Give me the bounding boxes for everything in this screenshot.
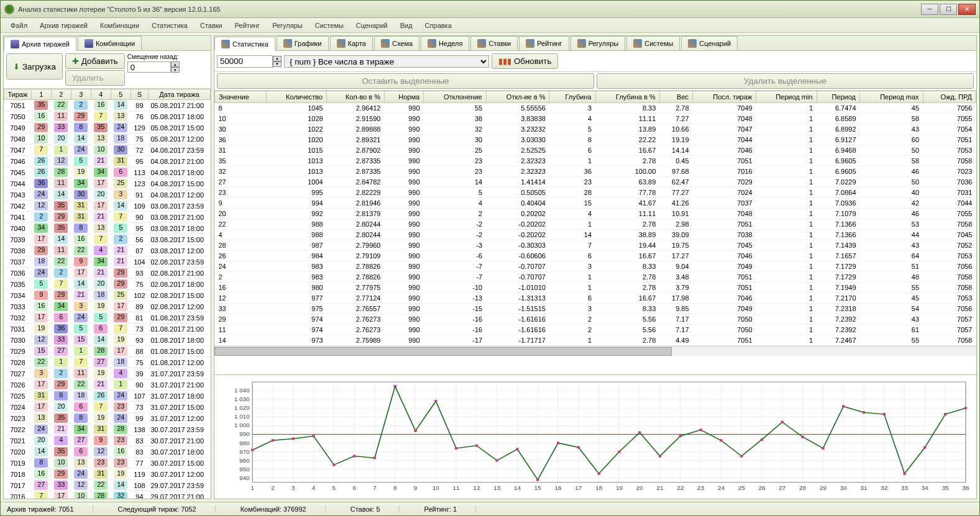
- archive-row[interactable]: 704526281934611304.08.2017 18:00: [4, 167, 211, 178]
- right-tab-Сценарий[interactable]: Сценарий: [681, 36, 738, 50]
- archive-row[interactable]: 7041229312179003.08.2017 21:00: [4, 212, 211, 223]
- archive-header[interactable]: 1: [31, 89, 51, 100]
- stats-header[interactable]: Период: [817, 91, 859, 103]
- archive-row[interactable]: 704810201413187505.08.2017 12:00: [4, 134, 211, 145]
- stats-row[interactable]: 169802.77975990-10-1.0101012.783.7970511…: [215, 283, 976, 293]
- archive-row[interactable]: 703119365677301.08.2017 21:00: [4, 324, 211, 335]
- maximize-button[interactable]: ☐: [940, 4, 957, 15]
- count-down[interactable]: ▼: [273, 61, 282, 67]
- archive-row[interactable]: 7032176245298101.08.2017 23:59: [4, 312, 211, 324]
- archive-header[interactable]: Тираж: [4, 89, 32, 100]
- archive-row[interactable]: 70501611297137605.08.2017 18:00: [4, 111, 211, 122]
- archive-row[interactable]: 70382911224218703.08.2017 12:00: [4, 245, 211, 256]
- stats-row[interactable]: 3610202.89321990303.03030822.2219.197044…: [215, 135, 976, 145]
- stats-row[interactable]: 289872.79960990-3-0.30303719.4419.757045…: [215, 240, 976, 251]
- stats-row[interactable]: 3210132.87335990232.3232336100.0097.6870…: [215, 166, 976, 177]
- archive-header[interactable]: 5: [111, 89, 131, 100]
- menu-системы[interactable]: Системы: [310, 20, 349, 30]
- right-tab-Статистика[interactable]: Статистика: [214, 37, 275, 51]
- close-button[interactable]: ✕: [958, 4, 976, 15]
- archive-row[interactable]: 7044361134172512304.08.2017 15:00: [4, 178, 211, 189]
- stats-row[interactable]: 269842.79109990-6-0.60606616.6717.277046…: [215, 251, 976, 261]
- menu-рейтинг[interactable]: Рейтинг: [230, 20, 265, 30]
- archive-row[interactable]: 704929338352412905.08.2017 15:00: [4, 122, 211, 134]
- stats-row[interactable]: 29832.78826990-7-0.7070712.783.48705117.…: [215, 272, 976, 283]
- minimize-button[interactable]: ─: [921, 4, 938, 15]
- right-tab-Карта[interactable]: Карта: [330, 36, 373, 50]
- archive-row[interactable]: 702531818262410731.07.2017 18:00: [4, 391, 211, 402]
- offset-input[interactable]: [127, 61, 171, 73]
- filter-select[interactable]: { num } Все числа в тираже: [284, 55, 489, 68]
- menu-ставки[interactable]: Ставки: [195, 20, 227, 30]
- archive-row[interactable]: 702732111943931.07.2017 23:59: [4, 368, 211, 379]
- stats-row[interactable]: 1010282.91590990383.83838411.117.2770481…: [215, 114, 976, 124]
- delete-selected-button[interactable]: Удалить выделенные: [597, 73, 974, 89]
- archive-row[interactable]: 7047712410307204.08.2017 23:59: [4, 145, 211, 156]
- stats-header[interactable]: Глубина в %: [595, 91, 659, 103]
- add-button[interactable]: ✚ Добавить: [65, 53, 125, 69]
- menu-файл[interactable]: Файл: [6, 20, 32, 30]
- archive-table[interactable]: Тираж12345SДата тиража 70513522216148905…: [4, 89, 211, 499]
- archive-row[interactable]: 7018162924311911930.07.2017 12:00: [4, 469, 211, 480]
- archive-row[interactable]: 70291527128178801.08.2017 15:00: [4, 346, 211, 357]
- refresh-button[interactable]: ▮▮▮ Обновить: [492, 53, 558, 69]
- archive-header[interactable]: 4: [91, 89, 111, 100]
- stats-header[interactable]: Период max: [860, 91, 923, 103]
- stats-row[interactable]: 209922.8137999020.20202411.1110.91704817…: [215, 209, 976, 219]
- stats-row[interactable]: 810452.96412990555.5555638.332.78704916.…: [215, 103, 976, 114]
- stats-header[interactable]: Отклонение: [424, 91, 487, 103]
- archive-header[interactable]: 2: [51, 89, 71, 100]
- archive-row[interactable]: 703492921182510202.08.2017 15:00: [4, 290, 211, 301]
- stats-header[interactable]: Период min: [756, 91, 817, 103]
- archive-row[interactable]: 7021204279238330.07.2017 21:00: [4, 435, 211, 446]
- menu-архив тиражей[interactable]: Архив тиражей: [35, 20, 93, 30]
- archive-row[interactable]: 70231335819249931.07.2017 12:00: [4, 413, 211, 424]
- right-tab-Схема[interactable]: Схема: [374, 36, 419, 50]
- delete-button[interactable]: Удалить: [65, 70, 125, 86]
- stats-row[interactable]: 239952.8222999050.505052877.7877.2770241…: [215, 188, 976, 198]
- offset-up[interactable]: ▲: [171, 61, 180, 67]
- archive-row[interactable]: 7017273312221410829.07.2017 23:59: [4, 480, 211, 491]
- right-tab-Регуляры[interactable]: Регуляры: [570, 36, 626, 50]
- archive-row[interactable]: 70167171028329429.07.2017 21:00: [4, 491, 211, 499]
- keep-selected-button[interactable]: Оставить выделенные: [217, 73, 594, 89]
- stats-header[interactable]: Количество: [267, 91, 327, 103]
- menu-сценарий[interactable]: Сценарий: [351, 20, 393, 30]
- stats-row[interactable]: 339752.76557990-15-1.5151538.339.8570491…: [215, 304, 976, 314]
- stats-row[interactable]: 129772.77124990-13-1.31313616.6717.98704…: [215, 293, 976, 304]
- stats-row[interactable]: 49882.80244990-2-0.202021438.8939.097038…: [215, 230, 976, 240]
- archive-row[interactable]: 7035571420297502.08.2017 18:00: [4, 279, 211, 290]
- stats-header[interactable]: Норма: [384, 91, 423, 103]
- menu-статистика[interactable]: Статистика: [147, 20, 193, 30]
- archive-header[interactable]: Дата тиража: [148, 89, 210, 100]
- archive-row[interactable]: 70198101323237730.07.2017 15:00: [4, 458, 211, 469]
- stats-header[interactable]: Откл-ие в %: [486, 91, 549, 103]
- stats-row[interactable]: 2710042.84782990141.414142363.8962.47702…: [215, 177, 976, 188]
- stats-header[interactable]: Посл. тираж: [693, 91, 756, 103]
- archive-row[interactable]: 70331634319178902.08.2017 12:00: [4, 301, 211, 312]
- archive-row[interactable]: 70513522216148905.08.2017 21:00: [4, 100, 211, 111]
- archive-row[interactable]: 703718229342110402.08.2017 23:59: [4, 256, 211, 268]
- archive-row[interactable]: 70362421721299302.08.2017 21:00: [4, 268, 211, 279]
- stats-header[interactable]: Кол-во в %: [327, 91, 385, 103]
- count-input[interactable]: [217, 55, 273, 68]
- archive-row[interactable]: 7042123531171410903.08.2017 23:59: [4, 201, 211, 212]
- archive-row[interactable]: 70462612521319504.08.2017 21:00: [4, 156, 211, 167]
- stats-header[interactable]: Вес: [659, 91, 692, 103]
- right-tab-Рейтинг[interactable]: Рейтинг: [519, 36, 569, 50]
- archive-row[interactable]: 7040343581359503.08.2017 18:00: [4, 223, 211, 234]
- menu-справка[interactable]: Справка: [420, 20, 457, 30]
- archive-row[interactable]: 70261729222119031.07.2017 21:00: [4, 379, 211, 391]
- stats-row[interactable]: 149732.75989990-17-1.7171712.784.4970511…: [215, 335, 976, 346]
- menu-вид[interactable]: Вид: [395, 20, 418, 30]
- stats-row[interactable]: 229882.80244990-2-0.2020212.782.98705117…: [215, 219, 976, 230]
- count-up[interactable]: ▲: [273, 56, 282, 61]
- archive-row[interactable]: 7024172067237331.07.2017 15:00: [4, 402, 211, 413]
- stats-row[interactable]: 3110152.87902990252.52525616.6714.147046…: [215, 145, 976, 156]
- archive-row[interactable]: 703012331514199301.08.2017 18:00: [4, 335, 211, 346]
- menu-комбинации[interactable]: Комбинации: [95, 20, 144, 30]
- right-tab-Системы[interactable]: Системы: [626, 36, 680, 50]
- stats-row[interactable]: 299742.76273990-16-1.6161625.567.1770501…: [215, 314, 976, 325]
- right-tab-Графики[interactable]: Графики: [277, 36, 329, 50]
- menu-регуляры[interactable]: Регуляры: [267, 20, 308, 30]
